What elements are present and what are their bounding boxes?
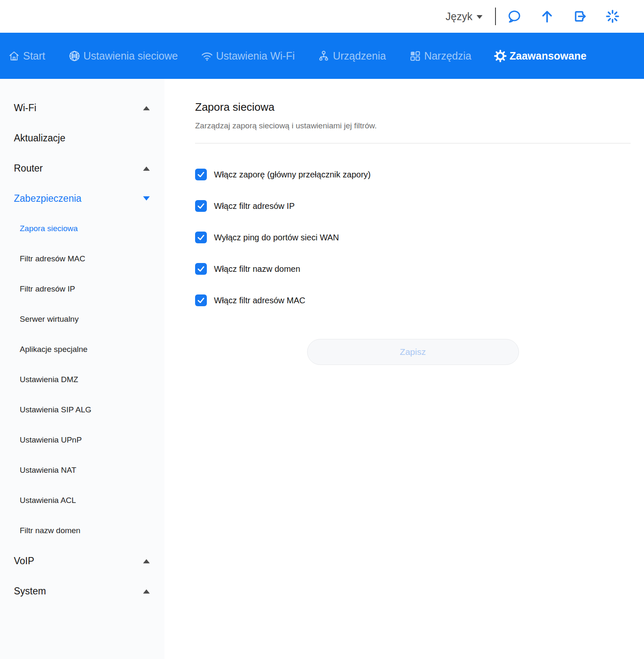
sidebar-item-ustawienia-acl[interactable]: Ustawienia ACL [0,485,164,516]
sidebar-item-zapora-sieciowa[interactable]: Zapora sieciowa [0,214,164,244]
logout-icon [572,9,587,24]
collapse-arrow-icon [143,589,150,594]
check-icon [196,296,206,305]
check-icon [196,233,206,242]
nav-item-ustawienia-sieciowe[interactable]: Ustawienia sieciowe [68,49,178,63]
devices-icon [317,49,330,63]
logout-button[interactable] [572,9,587,24]
checkbox-row-w-cz-filtr-adres-w-mac[interactable]: Włącz filtr adresów MAC [195,294,631,306]
collapse-arrow-icon [143,167,150,171]
language-label: Język [446,10,472,23]
checkbox[interactable] [195,263,207,275]
collapse-arrow-icon [143,196,150,201]
nav-item-narz-dzia[interactable]: Narzędzia [409,49,472,63]
main-nav: Start Ustawienia sieciowe Ustawienia Wi-… [0,33,644,79]
page-description: Zarządzaj zaporą sieciową i ustawieniami… [195,121,631,130]
nav-item-start[interactable]: Start [8,49,45,63]
checkbox-row-wy-cz-ping-do-port-w-sieci-wan[interactable]: Wyłącz ping do portów sieci WAN [195,232,631,243]
sidebar-item-wi-fi[interactable]: Wi-Fi [0,93,164,123]
chat-button[interactable] [507,9,522,24]
check-icon [196,264,206,273]
save-button[interactable]: Zapisz [307,339,519,365]
sidebar-item-filtr-nazw-domen[interactable]: Filtr nazw domen [0,516,164,546]
chat-icon [507,9,522,24]
sidebar-item-aplikacje-specjalne[interactable]: Aplikacje specjalne [0,334,164,365]
upload-button[interactable] [540,9,555,24]
sidebar: Wi-Fi Aktualizacje Router Zabezpieczenia… [0,79,164,659]
nav-item-urz-dzenia[interactable]: Urządzenia [317,49,386,63]
nav-item-ustawienia-wi-fi[interactable]: Ustawienia Wi-Fi [201,49,295,63]
checkbox[interactable] [195,294,207,306]
sidebar-item-ustawienia-upnp[interactable]: Ustawienia UPnP [0,425,164,455]
checkbox-row-w-cz-filtr-adres-w-ip[interactable]: Włącz filtr adresów IP [195,200,631,212]
topbar: Język [0,0,644,33]
home-icon [8,49,21,63]
refresh-button[interactable] [605,9,620,24]
main-content: Zapora sieciowa Zarządzaj zaporą sieciow… [164,79,644,659]
tools-icon [409,49,422,63]
language-selector[interactable]: Język [446,10,482,23]
sidebar-item-voip[interactable]: VoIP [0,546,164,576]
spinner-icon [605,9,620,24]
collapse-arrow-icon [143,559,150,563]
chevron-down-icon [477,15,482,19]
sidebar-item-filtr-adres-w-ip[interactable]: Filtr adresów IP [0,274,164,304]
sidebar-item-ustawienia-dmz[interactable]: Ustawienia DMZ [0,365,164,395]
sidebar-item-zabezpieczenia[interactable]: Zabezpieczenia [0,183,164,214]
sidebar-item-aktualizacje[interactable]: Aktualizacje [0,123,164,153]
sidebar-item-ustawienia-sip-alg[interactable]: Ustawienia SIP ALG [0,395,164,425]
check-icon [196,201,206,211]
checkbox[interactable] [195,232,207,243]
page-title: Zapora sieciowa [195,101,631,114]
check-icon [196,170,206,179]
topbar-divider [495,8,496,25]
checkbox-row-w-cz-zapor-g-wny-prze-cznik-zapory[interactable]: Włącz zaporę (główny przełącznik zapory) [195,169,631,180]
nav-item-zaawansowane[interactable]: Zaawansowane [494,49,586,63]
sidebar-item-system[interactable]: System [0,576,164,606]
globe-icon [68,49,81,63]
wifi-icon [201,49,214,63]
gear-icon [494,49,507,63]
divider [195,143,631,143]
sidebar-item-ustawienia-nat[interactable]: Ustawienia NAT [0,455,164,485]
checkbox-row-w-cz-filtr-nazw-domen[interactable]: Włącz filtr nazw domen [195,263,631,275]
checkbox[interactable] [195,169,207,180]
sidebar-item-filtr-adres-w-mac[interactable]: Filtr adresów MAC [0,244,164,274]
checkbox[interactable] [195,200,207,212]
checkbox-list: Włącz zaporę (główny przełącznik zapory)… [195,169,631,306]
upload-icon [540,9,555,24]
sidebar-item-router[interactable]: Router [0,153,164,183]
collapse-arrow-icon [143,106,150,110]
sidebar-item-serwer-wirtualny[interactable]: Serwer wirtualny [0,304,164,334]
